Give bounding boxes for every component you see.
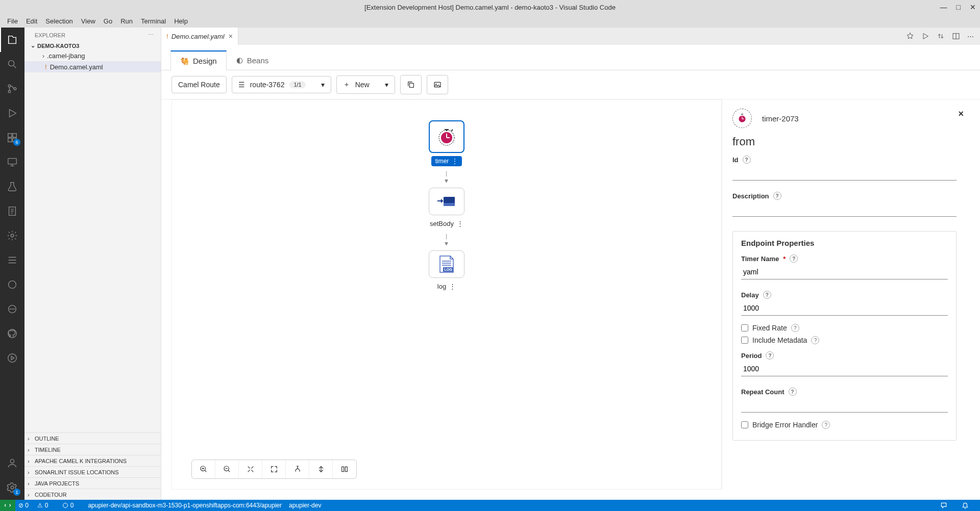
zoom-out-icon[interactable]	[215, 460, 239, 478]
node-log[interactable]: LOG	[429, 250, 464, 278]
accounts-icon[interactable]	[0, 451, 24, 475]
status-bell-icon[interactable]	[962, 502, 969, 509]
bridge-error-checkbox[interactable]	[741, 421, 748, 428]
list-icon: ☰	[238, 81, 245, 89]
layout2-icon[interactable]	[309, 460, 333, 478]
editor-action-icon[interactable]	[921, 32, 929, 40]
close-panel-icon[interactable]: ×	[958, 109, 964, 119]
section-codetour[interactable]: ›CODETOUR	[24, 489, 161, 500]
help-icon[interactable]: ?	[766, 351, 774, 360]
status-feedback-icon[interactable]	[940, 502, 947, 509]
status-cluster[interactable]: apupier-dev/api-sandbox-m3-1530-p1-opens…	[88, 502, 282, 509]
status-ports[interactable]: 0	[62, 502, 81, 509]
list-icon[interactable]	[0, 248, 24, 272]
editor-action-icon[interactable]	[906, 32, 914, 40]
menu-edit[interactable]: Edit	[22, 16, 41, 27]
help-icon[interactable]: ?	[811, 336, 819, 344]
id-input[interactable]	[732, 166, 957, 181]
node-menu-icon[interactable]: ⋮	[452, 158, 458, 164]
target-icon[interactable]	[0, 297, 24, 321]
settings-sync-icon[interactable]	[0, 223, 24, 248]
close-icon[interactable]: ✕	[970, 3, 976, 11]
activity-bar: 6 1	[0, 28, 24, 500]
section-timeline[interactable]: ›TIMELINE	[24, 444, 161, 455]
route-select[interactable]: ☰ route-3762 1/1 ▾	[232, 76, 331, 93]
status-errors[interactable]: ⊘ 0 ⚠ 0	[18, 502, 55, 509]
copy-button[interactable]	[400, 75, 422, 94]
editor-tab[interactable]: ! Demo.camel.yaml ×	[161, 28, 238, 45]
folder-header[interactable]: ⌄ DEMO-KAOTO3	[24, 41, 161, 50]
editor-action-icon[interactable]	[937, 32, 945, 40]
repeat-count-input[interactable]	[741, 398, 948, 413]
more-icon[interactable]: ⋯	[967, 33, 974, 40]
section-camelk[interactable]: ›APACHE CAMEL K INTEGRATIONS	[24, 455, 161, 466]
node-setbody[interactable]	[429, 188, 464, 215]
period-input[interactable]	[741, 362, 948, 376]
tree-item-folder[interactable]: › .camel-jbang	[24, 50, 161, 61]
help-icon[interactable]: ?	[790, 254, 798, 263]
menu-help[interactable]: Help	[170, 16, 192, 27]
help-icon[interactable]: ?	[743, 156, 751, 164]
maximize-icon[interactable]: □	[957, 3, 961, 11]
node-menu-icon[interactable]: ⋮	[457, 220, 463, 227]
remote-explorer-icon[interactable]	[0, 150, 24, 174]
menu-terminal[interactable]: Terminal	[137, 16, 170, 27]
menu-run[interactable]: Run	[116, 16, 137, 27]
help-icon[interactable]: ?	[789, 388, 797, 396]
node-timer[interactable]	[429, 120, 464, 153]
menu-view[interactable]: View	[77, 16, 100, 27]
delay-input[interactable]	[741, 301, 948, 316]
layout-icon[interactable]	[286, 460, 309, 478]
menu-selection[interactable]: Selection	[41, 16, 77, 27]
help-icon[interactable]: ?	[773, 192, 781, 200]
source-control-icon[interactable]	[0, 76, 24, 101]
label-fixed-rate: Fixed Rate	[752, 324, 787, 332]
run-debug-icon[interactable]	[0, 101, 24, 125]
node-menu-icon[interactable]: ⋮	[449, 283, 456, 290]
menu-go[interactable]: Go	[100, 16, 116, 27]
timer-name-input[interactable]	[741, 265, 948, 279]
split-editor-icon[interactable]	[952, 32, 960, 40]
label-id: Id	[732, 156, 739, 164]
image-button[interactable]	[427, 75, 448, 94]
expand-icon[interactable]	[262, 460, 286, 478]
include-metadata-checkbox[interactable]	[741, 337, 748, 344]
search-icon[interactable]	[0, 52, 24, 76]
explorer-more-icon[interactable]: ⋯	[148, 32, 154, 38]
help-icon[interactable]: ?	[763, 291, 771, 299]
new-button[interactable]: ＋ New ▾	[336, 75, 395, 94]
fixed-rate-checkbox[interactable]	[741, 324, 748, 331]
extensions-icon[interactable]: 6	[0, 125, 24, 150]
circle-icon[interactable]	[0, 272, 24, 297]
status-namespace[interactable]: apupier-dev	[289, 502, 321, 509]
test-icon[interactable]	[0, 174, 24, 199]
references-icon[interactable]	[0, 199, 24, 223]
design-canvas[interactable]: timer⋮ ▾ setBody⋮ ▾ LOG log⋮	[172, 99, 722, 490]
route-type-button[interactable]: Camel Route	[172, 76, 227, 93]
svg-point-0	[9, 61, 14, 66]
props-subtitle: from	[732, 135, 957, 148]
help-icon[interactable]: ?	[791, 324, 799, 332]
menu-file[interactable]: File	[3, 16, 22, 27]
section-outline[interactable]: ›OUTLINE	[24, 432, 161, 444]
catalog-icon[interactable]	[333, 460, 356, 478]
close-tab-icon[interactable]: ×	[229, 32, 233, 40]
explorer-icon[interactable]	[0, 28, 24, 52]
zoom-in-icon[interactable]	[192, 460, 215, 478]
minimize-icon[interactable]: —	[940, 3, 947, 11]
description-input[interactable]	[732, 202, 957, 217]
manage-icon[interactable]: 1	[0, 475, 24, 500]
fit-icon[interactable]	[239, 460, 262, 478]
github-icon[interactable]	[0, 321, 24, 346]
manage-badge: 1	[13, 489, 20, 496]
section-sonarlint[interactable]: ›SONARLINT ISSUE LOCATIONS	[24, 466, 161, 477]
tab-beans[interactable]: ◐ Beans	[227, 50, 279, 70]
help-icon[interactable]: ?	[822, 421, 830, 429]
canvas-toolbar	[191, 459, 357, 479]
section-title: Endpoint Properties	[741, 239, 948, 247]
play-circle-icon[interactable]	[0, 346, 24, 370]
section-java[interactable]: ›JAVA PROJECTS	[24, 477, 161, 489]
tree-item-file[interactable]: ! Demo.camel.yaml	[24, 61, 161, 72]
remote-indicator[interactable]	[0, 500, 15, 511]
tab-design[interactable]: 🐫 Design	[170, 50, 227, 70]
